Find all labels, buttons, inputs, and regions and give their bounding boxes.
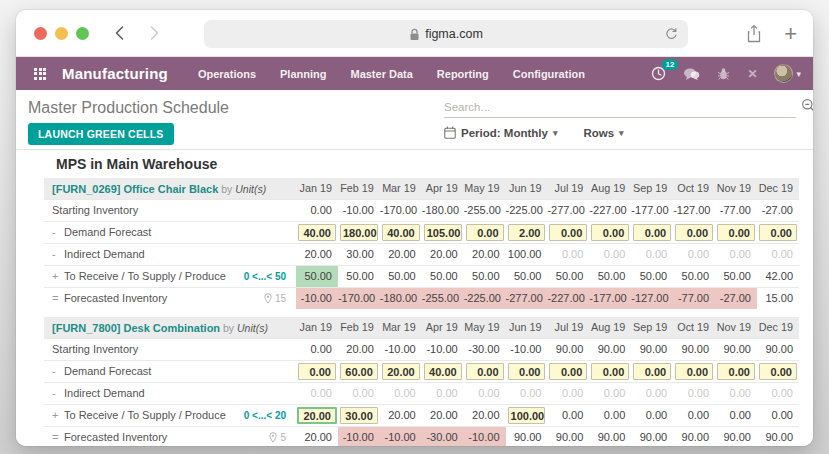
mps-cell: 42.00 (757, 265, 799, 287)
mps-cell: 0.00 (589, 221, 631, 243)
forecast-input[interactable]: 0.00 (466, 363, 504, 380)
forecast-input[interactable]: 105.00 (424, 224, 462, 241)
mps-row-receive: +To Receive / To Supply / Produce0 <...<… (44, 265, 799, 287)
messages-button[interactable] (683, 67, 700, 81)
mps-cell: 100.00 (506, 404, 548, 426)
period-filter[interactable]: Period: Monthly ▾ (444, 126, 557, 139)
mps-tables: [FURN_0269] Office Chair Black by Unit(s… (44, 178, 799, 446)
mps-cell: 2.00 (506, 221, 548, 243)
menu-operations[interactable]: Operations (198, 68, 256, 80)
lock-icon (409, 28, 420, 41)
search-input[interactable]: Search... (444, 96, 796, 118)
search-icon[interactable] (801, 98, 813, 113)
forecast-input[interactable]: 0.00 (298, 363, 336, 380)
zoom-window-button[interactable] (76, 27, 89, 40)
forecast-input[interactable]: 0.00 (466, 224, 504, 241)
product-name[interactable]: [FURN_0269] Office Chair Black (52, 183, 218, 195)
forecast-input[interactable]: 0.00 (508, 363, 546, 380)
new-tab-icon[interactable]: + (784, 23, 797, 45)
mps-cell: -177.00 (589, 287, 631, 309)
debug-button[interactable] (717, 67, 730, 81)
rows-filter[interactable]: Rows ▾ (583, 127, 623, 139)
forecast-input[interactable]: 0.00 (549, 224, 587, 241)
mps-cell: -170.00 (380, 199, 422, 221)
mps-cell: 0.00 (547, 221, 589, 243)
period-filter-label: Period: Monthly (461, 127, 548, 139)
forecast-input[interactable]: 30.00 (340, 407, 378, 424)
mps-cell: 0.00 (673, 221, 715, 243)
minimize-window-button[interactable] (55, 27, 68, 40)
forecast-input[interactable]: 20.00 (382, 363, 420, 380)
month-header: Jul 19 (547, 317, 589, 338)
mps-cell: 180.00 (338, 221, 380, 243)
forecast-input[interactable]: 40.00 (382, 224, 420, 241)
mps-cell: -10.00 (380, 426, 422, 446)
window-controls (34, 27, 89, 40)
menu-planning[interactable]: Planning (280, 68, 326, 80)
mps-cell: 40.00 (380, 221, 422, 243)
app-name[interactable]: Manufacturing (62, 65, 168, 82)
forecast-input[interactable]: 20.00 (297, 407, 337, 424)
back-icon[interactable] (113, 25, 127, 41)
mps-cell: 0.00 (715, 404, 757, 426)
forecast-input[interactable]: 0.00 (759, 224, 797, 241)
month-header: Aug 19 (589, 178, 631, 199)
forecast-input[interactable]: 0.00 (717, 363, 755, 380)
mps-cell: 40.00 (296, 221, 338, 243)
mps-cell[interactable]: 50.00 (296, 265, 338, 287)
forward-icon[interactable] (147, 25, 161, 41)
forecast-input[interactable]: 0.00 (633, 363, 671, 380)
address-bar[interactable]: figma.com (204, 20, 688, 48)
forecast-input[interactable]: 0.00 (591, 363, 629, 380)
row-label: +To Receive / To Supply / Produce (44, 404, 240, 426)
forecast-input[interactable]: 100.00 (508, 407, 546, 424)
row-label: +To Receive / To Supply / Produce (44, 265, 240, 287)
apps-menu-icon[interactable] (34, 68, 46, 80)
forecast-input[interactable]: 0.00 (549, 363, 587, 380)
forecast-input[interactable]: 0.00 (675, 224, 713, 241)
refresh-icon[interactable] (664, 26, 679, 42)
rows-filter-label: Rows (583, 127, 614, 139)
forecast-input[interactable]: 0.00 (591, 224, 629, 241)
month-header: Mar 19 (380, 317, 422, 338)
app-navbar: Manufacturing Operations Planning Master… (16, 57, 813, 90)
mps-cell: -10.00 (422, 338, 464, 360)
row-indicator (240, 338, 296, 360)
forecast-input[interactable]: 60.00 (340, 363, 378, 380)
user-menu[interactable]: ▾ (774, 64, 801, 83)
menu-configuration[interactable]: Configuration (513, 68, 585, 80)
mps-cell: 90.00 (757, 426, 799, 446)
menu-master-data[interactable]: Master Data (350, 68, 412, 80)
product-name[interactable]: [FURN_7800] Desk Combination (52, 322, 220, 334)
row-label: Starting Inventory (44, 338, 240, 360)
mps-cell: 0.00 (464, 382, 506, 404)
forecast-input[interactable]: 0.00 (633, 224, 671, 241)
launch-green-cells-button[interactable]: LAUNCH GREEN CELLS (28, 123, 174, 145)
mps-cell: -77.00 (673, 287, 715, 309)
mps-cell: -10.00 (464, 426, 506, 446)
month-header: Jun 19 (506, 178, 548, 199)
mps-cell: 0.00 (757, 360, 799, 382)
forecast-input[interactable]: 0.00 (717, 224, 755, 241)
tools-button[interactable]: ✕ (747, 67, 757, 81)
mps-cell: -170.00 (338, 287, 380, 309)
share-icon[interactable] (746, 24, 762, 43)
forecast-input[interactable]: 0.00 (759, 363, 797, 380)
mps-cell: -255.00 (464, 199, 506, 221)
forecast-input[interactable]: 180.00 (340, 224, 378, 241)
mps-cell: -180.00 (422, 199, 464, 221)
mps-cell: 20.00 (380, 404, 422, 426)
forecast-input[interactable]: 2.00 (508, 224, 546, 241)
activities-button[interactable]: 12 (651, 66, 666, 81)
mps-cell: 0.00 (631, 360, 673, 382)
forecast-input[interactable]: 40.00 (298, 224, 336, 241)
mps-product-table: [FURN_0269] Office Chair Black by Unit(s… (44, 178, 799, 309)
month-header: Jan 19 (296, 178, 338, 199)
mps-cell: 0.00 (589, 243, 631, 265)
browser-window: figma.com + Manufacturing Operations Pla… (16, 10, 813, 446)
close-window-button[interactable] (34, 27, 47, 40)
forecast-input[interactable]: 40.00 (424, 363, 462, 380)
mps-cell: 90.00 (631, 338, 673, 360)
forecast-input[interactable]: 0.00 (675, 363, 713, 380)
menu-reporting[interactable]: Reporting (437, 68, 489, 80)
